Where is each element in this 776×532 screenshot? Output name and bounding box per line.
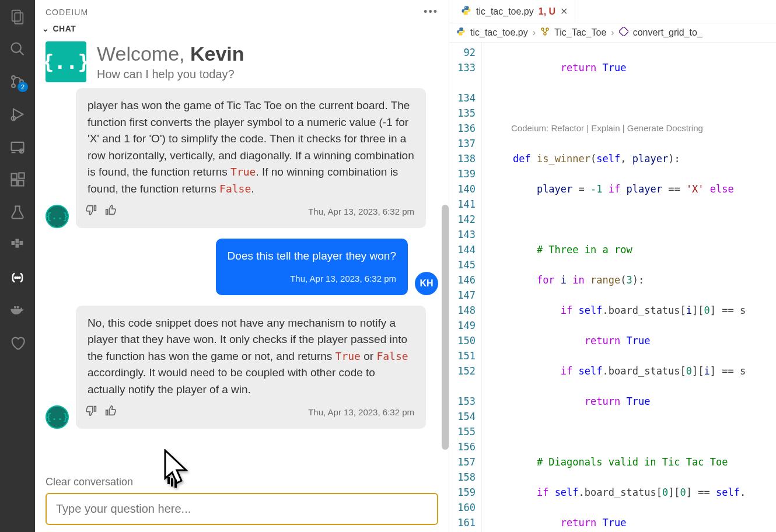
bot-avatar: {..} bbox=[46, 205, 69, 228]
heart-icon[interactable] bbox=[8, 334, 27, 352]
tab-modified-indicator: 1, U bbox=[539, 6, 555, 17]
chevron-down-icon: ⌄ bbox=[42, 24, 50, 33]
feedback-buttons bbox=[85, 204, 117, 221]
breadcrumb-file[interactable]: tic_tac_toe.py bbox=[470, 27, 528, 38]
user-avatar: KH bbox=[415, 272, 438, 295]
code-inline: False bbox=[376, 350, 408, 362]
codelens[interactable]: Codeium: Refactor | Explain | Generate D… bbox=[511, 121, 776, 136]
svg-rect-29 bbox=[17, 306, 19, 309]
search-icon[interactable] bbox=[8, 40, 27, 58]
bot-message-bubble: No, this code snippet does not have any … bbox=[76, 306, 426, 429]
message-timestamp: Thu, Apr 13, 2023, 6:32 pm bbox=[88, 205, 414, 219]
editor-group: tic_tac_toe.py 1, U ✕ tic_tac_toe.py › T… bbox=[449, 0, 776, 532]
code-inline: True bbox=[335, 350, 361, 362]
code-inline: False bbox=[219, 183, 251, 195]
bot-avatar: {..} bbox=[46, 405, 69, 429]
code-editor[interactable]: 92133 1341351361371381391401411421431441… bbox=[449, 43, 776, 532]
svg-rect-28 bbox=[14, 306, 16, 309]
svg-point-2 bbox=[12, 43, 21, 52]
class-symbol-icon bbox=[540, 27, 550, 38]
python-file-icon bbox=[461, 5, 471, 18]
welcome-block: {..} Welcome, Kevin How can I help you t… bbox=[35, 37, 449, 88]
activity-bar: 2 bbox=[0, 0, 35, 532]
editor-tabs: tic_tac_toe.py 1, U ✕ bbox=[449, 0, 776, 23]
breadcrumb-method[interactable]: convert_grid_to_ bbox=[633, 27, 702, 38]
codeium-icon[interactable] bbox=[8, 268, 27, 287]
run-debug-icon[interactable] bbox=[8, 105, 27, 124]
extensions-icon[interactable] bbox=[8, 170, 27, 189]
welcome-heading: Welcome, Kevin bbox=[97, 43, 244, 65]
svg-point-30 bbox=[541, 28, 544, 30]
line-number-gutter: 92133 1341351361371381391401411421431441… bbox=[449, 43, 482, 532]
method-symbol-icon bbox=[619, 27, 628, 38]
chevron-right-icon: › bbox=[533, 27, 536, 38]
panel-more-icon[interactable]: ••• bbox=[424, 6, 438, 18]
panel-title: CODEIUM bbox=[46, 8, 88, 17]
thumbs-up-icon[interactable] bbox=[104, 404, 117, 422]
svg-point-31 bbox=[546, 28, 548, 30]
code-inline: True bbox=[230, 166, 256, 178]
chat-section-label: CHAT bbox=[53, 24, 76, 33]
feedback-buttons bbox=[85, 404, 117, 422]
panel-header: CODEIUM ••• bbox=[35, 0, 449, 20]
thumbs-up-icon[interactable] bbox=[104, 204, 117, 221]
codeium-panel: CODEIUM ••• ⌄ CHAT {..} Welcome, Kevin H… bbox=[35, 0, 449, 532]
terraform-icon[interactable] bbox=[8, 236, 27, 254]
svg-rect-15 bbox=[18, 180, 23, 186]
codelens-docstring[interactable]: Generate Docstring bbox=[627, 123, 703, 133]
codelens-explain[interactable]: Explain bbox=[591, 123, 620, 133]
svg-rect-21 bbox=[20, 241, 23, 245]
explorer-icon[interactable] bbox=[8, 7, 27, 26]
svg-rect-0 bbox=[12, 10, 20, 22]
testing-icon[interactable] bbox=[8, 203, 27, 222]
tab-title: tic_tac_toe.py bbox=[476, 6, 534, 17]
svg-point-23 bbox=[17, 277, 18, 278]
svg-line-3 bbox=[20, 51, 24, 55]
close-tab-icon[interactable]: ✕ bbox=[560, 6, 568, 17]
svg-rect-19 bbox=[16, 239, 19, 243]
bot-message-bubble: player has won the game of Tic Tac Toe o… bbox=[76, 88, 426, 228]
message-timestamp: Thu, Apr 13, 2023, 6:32 pm bbox=[88, 406, 414, 419]
message-row-bot: {..} player has won the game of Tic Tac … bbox=[46, 88, 438, 228]
codeium-logo: {..} bbox=[46, 41, 86, 82]
svg-point-32 bbox=[544, 33, 546, 35]
message-row-bot: {..} No, this code snippet does not have… bbox=[46, 306, 438, 429]
chat-section-toggle[interactable]: ⌄ CHAT bbox=[35, 20, 449, 37]
welcome-subheading: How can I help you today? bbox=[97, 68, 244, 81]
python-file-icon bbox=[456, 27, 466, 38]
codelens-refactor[interactable]: Refactor bbox=[551, 123, 584, 133]
svg-point-5 bbox=[12, 84, 15, 88]
svg-rect-13 bbox=[12, 174, 17, 179]
source-control-icon[interactable]: 2 bbox=[8, 72, 27, 91]
editor-tab[interactable]: tic_tac_toe.py 1, U ✕ bbox=[454, 0, 575, 23]
svg-rect-18 bbox=[12, 241, 15, 245]
chat-scroll[interactable]: {..} player has won the game of Tic Tac … bbox=[35, 88, 449, 476]
scrollbar-thumb[interactable] bbox=[442, 205, 449, 450]
user-message-bubble: Does this tell the player they won? Thu,… bbox=[216, 239, 408, 295]
clear-conversation-link[interactable]: Clear conversation bbox=[35, 476, 449, 493]
svg-rect-1 bbox=[15, 13, 23, 24]
thumbs-down-icon[interactable] bbox=[85, 204, 98, 221]
message-timestamp: Thu, Apr 13, 2023, 6:32 pm bbox=[228, 272, 396, 286]
breadcrumb-class[interactable]: Tic_Tac_Toe bbox=[554, 27, 606, 38]
svg-rect-16 bbox=[19, 173, 24, 178]
svg-point-24 bbox=[19, 277, 20, 278]
svg-rect-20 bbox=[16, 244, 19, 248]
svg-rect-14 bbox=[12, 180, 17, 186]
svg-point-4 bbox=[12, 76, 15, 79]
svg-point-22 bbox=[15, 277, 16, 278]
thumbs-down-icon[interactable] bbox=[85, 404, 98, 422]
chat-input[interactable] bbox=[46, 493, 438, 525]
chevron-right-icon: › bbox=[611, 27, 614, 38]
code-content[interactable]: return True Codeium: Refactor | Explain … bbox=[482, 43, 776, 532]
remote-icon[interactable] bbox=[8, 138, 27, 156]
docker-icon[interactable] bbox=[8, 301, 27, 320]
breadcrumb[interactable]: tic_tac_toe.py › Tic_Tac_Toe › convert_g… bbox=[449, 23, 776, 43]
svg-rect-33 bbox=[619, 27, 628, 36]
source-control-badge: 2 bbox=[18, 82, 28, 92]
message-row-user: KH Does this tell the player they won? T… bbox=[46, 239, 438, 295]
